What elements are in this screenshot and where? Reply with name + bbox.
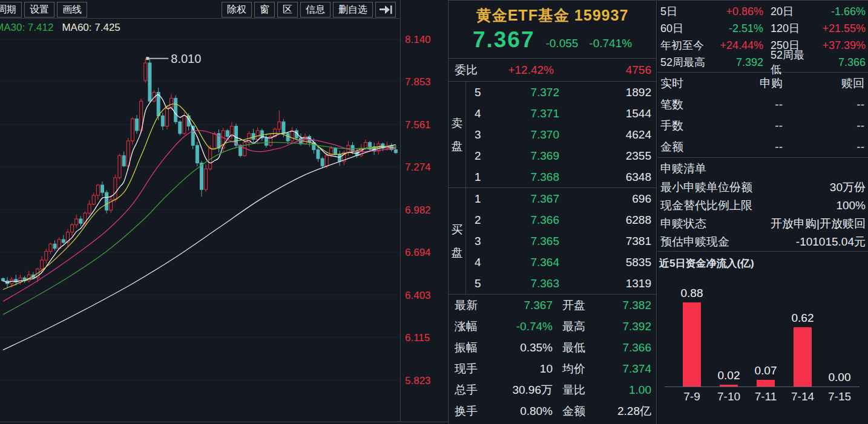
stat-row: 振幅0.35%最低7.366	[449, 337, 656, 358]
bar-chart-baseline	[665, 386, 860, 387]
price-change: -0.055	[545, 37, 578, 50]
redemption-rows: 最小申赎单位份额30万份现金替代比例上限100%申赎状态开放申购|开放赎回预估申…	[657, 178, 868, 251]
price-change-pct: -0.741%	[589, 37, 632, 50]
candle	[118, 155, 121, 178]
candle	[144, 63, 147, 80]
price-axis-tick: 7.561	[405, 119, 431, 131]
stat-label: 最新	[449, 298, 492, 313]
order-book-row[interactable]: 17.3686348	[466, 166, 656, 188]
toolbar-left-group: 周期设置画线	[0, 2, 87, 18]
perf-label: 52周最高	[657, 55, 712, 70]
realtime-value: --	[725, 119, 783, 132]
perf-value: +0.86%	[712, 5, 763, 18]
buy-side-label: 买盘	[449, 188, 466, 294]
toolbar-button-right-4[interactable]: 删自选	[333, 2, 373, 18]
order-book-row[interactable]: 27.3692355	[466, 145, 656, 166]
price-axis-tick: 5.823	[405, 375, 431, 387]
realtime-section: 实时申购赎回笔数----手数----金额----	[657, 72, 868, 157]
stat-label: 量比	[553, 382, 601, 398]
order-price: 7.364	[488, 256, 559, 269]
candle	[100, 185, 104, 192]
order-volume: 4624	[559, 128, 656, 142]
candle	[165, 107, 168, 126]
candle	[205, 169, 208, 189]
performance-row: 5日+0.86%20日-1.66%	[657, 3, 868, 20]
performance-row: 年初至今+24.44%250日+37.39%	[657, 37, 868, 54]
redemption-row: 最小申赎单位份额30万份	[657, 178, 868, 197]
ma-line-ma5	[3, 94, 396, 282]
order-level: 5	[466, 86, 488, 99]
order-level: 3	[466, 235, 488, 248]
order-book-row[interactable]: 37.3704624	[466, 124, 656, 145]
candle	[286, 134, 289, 141]
realtime-value: --	[783, 98, 868, 111]
weibi-row: 委比 +12.42% 4756	[449, 58, 656, 81]
redemption-value: 开放申购|开放赎回	[771, 216, 868, 232]
quote-stats-grid: 最新7.367开盘7.382涨幅-0.74%最高7.392振幅0.35%最低7.…	[449, 294, 656, 424]
order-book-row[interactable]: 17.367696	[466, 188, 656, 209]
quote-panel: 黄金ETF基金 159937 7.367 -0.055 -0.741% 委比 +…	[448, 0, 657, 424]
candle	[92, 195, 95, 204]
toolbar-button-2[interactable]: 画线	[57, 2, 87, 18]
toolbar-button-1[interactable]: 设置	[24, 2, 54, 18]
candle	[174, 98, 177, 122]
order-book-row[interactable]: 47.3645835	[466, 252, 656, 273]
toolbar-button-right-0[interactable]: 除权	[222, 2, 252, 18]
perf-label: 年初至今	[657, 38, 712, 53]
flow-bar	[683, 302, 701, 386]
buy-order-book: 买盘 17.36769627.366628837.365738147.36458…	[449, 188, 656, 294]
order-book-row[interactable]: 57.3721892	[466, 82, 656, 103]
perf-value: +21.55%	[808, 22, 868, 35]
stat-value: 0.35%	[492, 341, 553, 354]
realtime-header: 赎回	[783, 76, 868, 91]
order-book-row[interactable]: 27.3666288	[466, 209, 656, 230]
toolbar-button-right-3[interactable]: 信息	[300, 2, 330, 18]
stat-row: 换手0.80%金额2.28亿	[449, 400, 656, 422]
flow-bar-value: 0.88	[671, 287, 713, 300]
candle	[2, 279, 5, 281]
redemption-row: 申赎状态开放申购|开放赎回	[657, 215, 868, 233]
candle	[122, 155, 125, 166]
toolbar-button-right-2[interactable]: 区	[277, 2, 298, 18]
stat-value: 30.96万	[492, 382, 553, 398]
candle	[200, 163, 203, 189]
ma-label-1: MA60: 7.425	[62, 22, 120, 33]
flow-bar-value: 0.02	[708, 369, 750, 382]
flow-bar-category: 7-10	[708, 390, 750, 403]
redemption-value: 30万份	[830, 180, 868, 195]
collapse-right-icon[interactable]	[375, 2, 396, 18]
candle	[88, 204, 91, 214]
flow-bar-category: 7-14	[781, 390, 824, 403]
price-axis-tick: 6.982	[405, 204, 431, 217]
candle	[394, 150, 397, 153]
order-level: 2	[466, 149, 488, 163]
stat-label: 最低	[553, 340, 601, 356]
price-axis-tick: 8.140	[405, 34, 431, 46]
realtime-row: 笔数----	[657, 94, 868, 115]
side-label-char: 卖	[452, 116, 463, 131]
chart-bottom-divider	[0, 422, 448, 422]
candlestick-chart[interactable]: 8.010	[0, 36, 399, 422]
order-volume: 5835	[559, 256, 656, 269]
fund-code: 159937	[574, 7, 628, 24]
sell-order-book: 卖盘 57.372189247.371154437.370462427.3692…	[449, 81, 656, 188]
candle	[96, 185, 99, 195]
order-price: 7.365	[488, 235, 559, 248]
order-level: 1	[466, 171, 488, 184]
stat-value: -0.74%	[492, 320, 553, 333]
redemption-label: 预估申赎现金	[657, 234, 729, 250]
ma-line-ma20	[3, 131, 396, 302]
toolbar-button-0[interactable]: 周期	[0, 2, 22, 18]
realtime-label: 笔数	[657, 97, 725, 113]
stat-row: 最新7.367开盘7.382	[449, 295, 656, 316]
order-volume: 6288	[559, 214, 656, 227]
order-book-row[interactable]: 37.3657381	[466, 230, 656, 252]
ma-line-ma30	[3, 142, 396, 315]
order-book-row[interactable]: 57.3631319	[466, 273, 656, 294]
stat-label: 均价	[553, 361, 601, 377]
order-book-row[interactable]: 47.3711544	[466, 103, 656, 124]
candle	[196, 145, 199, 163]
toolbar-button-right-1[interactable]: 窗	[254, 2, 275, 18]
money-flow-bar-chart: 0.887-90.027-100.077-110.627-140.007-15	[657, 272, 868, 423]
order-volume: 2355	[559, 149, 656, 163]
